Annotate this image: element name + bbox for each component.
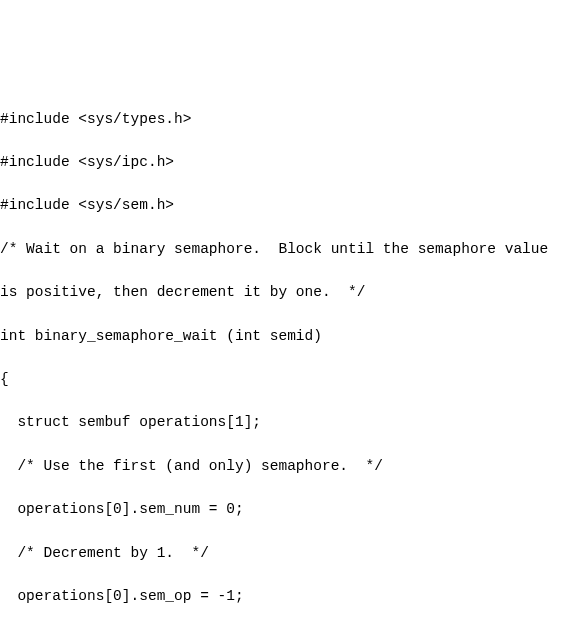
code-line: /* Decrement by 1. */ (0, 543, 583, 565)
code-line: int binary_semaphore_wait (int semid) (0, 326, 583, 348)
code-line: /* Wait on a binary semaphore. Block unt… (0, 239, 583, 261)
code-line: /* Use the first (and only) semaphore. *… (0, 456, 583, 478)
code-line: { (0, 369, 583, 391)
code-listing: #include <sys/types.h> #include <sys/ipc… (0, 87, 583, 619)
code-line: operations[0].sem_num = 0; (0, 499, 583, 521)
code-line: #include <sys/types.h> (0, 109, 583, 131)
code-line: #include <sys/sem.h> (0, 195, 583, 217)
code-line: #include <sys/ipc.h> (0, 152, 583, 174)
code-line: is positive, then decrement it by one. *… (0, 282, 583, 304)
code-line: struct sembuf operations[1]; (0, 412, 583, 434)
code-line: operations[0].sem_op = -1; (0, 586, 583, 608)
